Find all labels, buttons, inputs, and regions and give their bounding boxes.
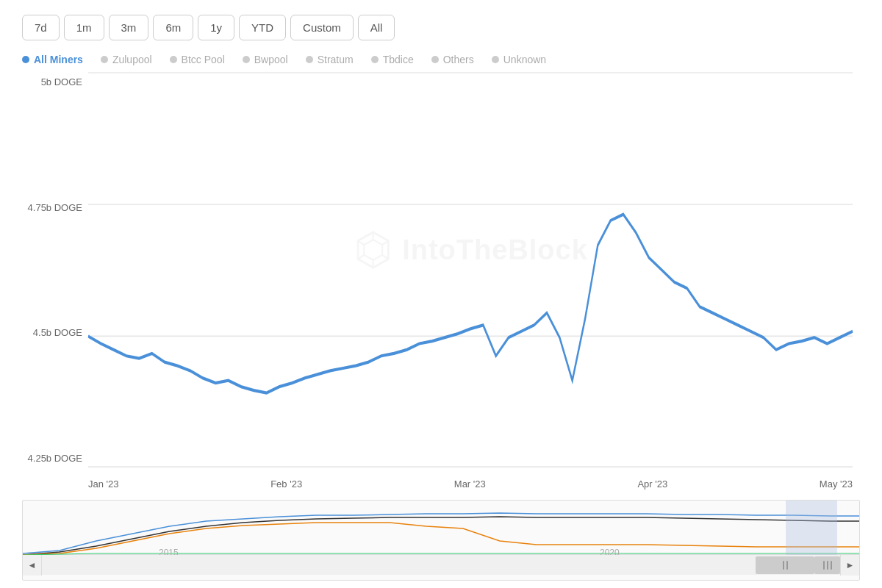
chart-legend: All Miners Zulupool Btcc Pool Bwpool Str…: [22, 54, 860, 65]
legend-item-tbdice[interactable]: Tbdice: [371, 54, 414, 65]
btn-1y[interactable]: 1y: [198, 15, 234, 40]
scroll-grip-left: [783, 561, 788, 570]
legend-dot-btcc-pool: [170, 56, 177, 63]
legend-item-bwpool[interactable]: Bwpool: [243, 54, 288, 65]
grip-line-5: [831, 561, 832, 570]
legend-item-stratum[interactable]: Stratum: [306, 54, 354, 65]
grip-line-3: [823, 561, 825, 570]
btn-custom[interactable]: Custom: [290, 15, 354, 40]
legend-item-zulupool[interactable]: Zulupool: [101, 54, 152, 65]
legend-dot-stratum: [306, 56, 313, 63]
scrollbar-row: ◄ ►: [23, 554, 859, 575]
time-range-bar: 7d 1m 3m 6m 1y YTD Custom All: [22, 15, 860, 40]
y-label-5b: 5b DOGE: [22, 76, 88, 87]
legend-label-stratum: Stratum: [318, 54, 354, 65]
chart-plot-area: IntoTheBlock: [88, 73, 853, 467]
x-label-feb23: Feb '23: [270, 478, 302, 490]
mini-chart-svg: [23, 501, 859, 556]
x-label-jan23: Jan '23: [88, 478, 119, 490]
mini-chart-container[interactable]: 2015 2020 ◄: [22, 500, 860, 581]
legend-label-unknown: Unknown: [503, 54, 546, 65]
grip-line-2: [786, 561, 788, 570]
main-container: 7d 1m 3m 6m 1y YTD Custom All All Miners…: [0, 0, 882, 588]
legend-dot-bwpool: [243, 56, 250, 63]
y-label-475b: 4.75b DOGE: [22, 202, 88, 213]
legend-label-others: Others: [443, 54, 474, 65]
scroll-left-button[interactable]: ◄: [23, 555, 42, 576]
y-axis: 5b DOGE 4.75b DOGE 4.5b DOGE 4.25b DOGE: [22, 73, 88, 467]
grip-line-1: [783, 561, 784, 570]
scroll-grip-right: [823, 561, 832, 570]
legend-label-btcc-pool: Btcc Pool: [182, 54, 225, 65]
scroll-track[interactable]: [42, 555, 840, 575]
legend-item-btcc-pool[interactable]: Btcc Pool: [170, 54, 225, 65]
grip-line-4: [827, 561, 828, 570]
legend-item-unknown[interactable]: Unknown: [492, 54, 546, 65]
legend-dot-unknown: [492, 56, 499, 63]
btn-ytd[interactable]: YTD: [239, 15, 286, 40]
legend-item-others[interactable]: Others: [431, 54, 474, 65]
chart-area: 5b DOGE 4.75b DOGE 4.5b DOGE 4.25b DOGE: [22, 73, 860, 497]
btn-6m[interactable]: 6m: [153, 15, 193, 40]
legend-dot-zulupool: [101, 56, 108, 63]
legend-label-tbdice: Tbdice: [383, 54, 414, 65]
y-label-425b: 4.25b DOGE: [22, 453, 88, 464]
legend-dot-others: [431, 56, 439, 63]
legend-label-bwpool: Bwpool: [254, 54, 288, 65]
btn-7d[interactable]: 7d: [22, 15, 60, 40]
x-axis: Jan '23 Feb '23 Mar '23 Apr '23 May '23: [88, 470, 853, 497]
scroll-thumb-right[interactable]: [814, 556, 840, 574]
scroll-right-button[interactable]: ►: [840, 555, 859, 576]
btn-all[interactable]: All: [358, 15, 395, 40]
y-label-45b: 4.5b DOGE: [22, 327, 88, 338]
x-label-mar23: Mar '23: [454, 478, 486, 490]
scroll-thumb-left[interactable]: [756, 556, 814, 574]
x-label-may23: May '23: [820, 478, 853, 490]
legend-label-zulupool: Zulupool: [112, 54, 152, 65]
btn-3m[interactable]: 3m: [109, 15, 149, 40]
main-chart-wrapper: 5b DOGE 4.75b DOGE 4.5b DOGE 4.25b DOGE: [22, 73, 860, 497]
legend-item-all-miners[interactable]: All Miners: [22, 54, 83, 65]
legend-label-all-miners: All Miners: [34, 54, 83, 65]
x-label-apr23: Apr '23: [637, 478, 667, 490]
legend-dot-tbdice: [371, 56, 379, 63]
main-chart-svg: [88, 73, 853, 467]
legend-dot-all-miners: [22, 56, 29, 63]
btn-1m[interactable]: 1m: [64, 15, 104, 40]
